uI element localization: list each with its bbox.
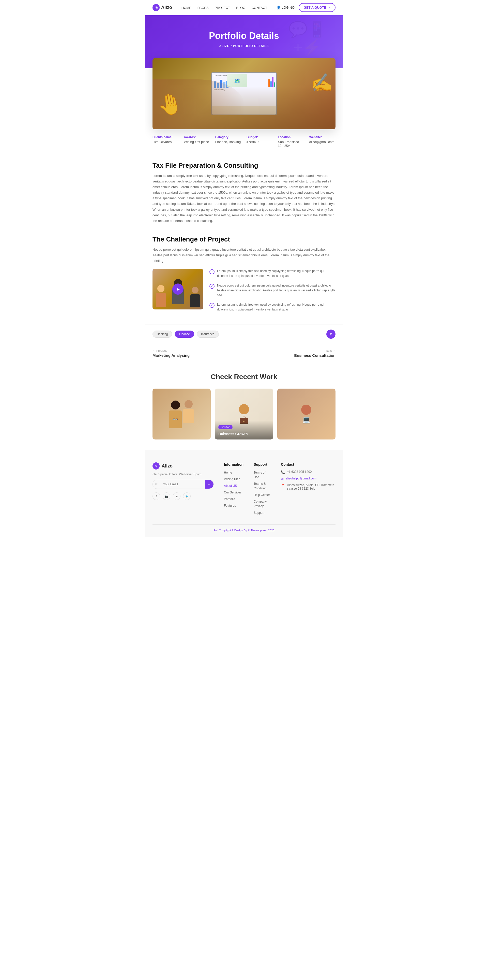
footer-email-input[interactable] xyxy=(160,480,205,488)
footer-link-support[interactable]: Support xyxy=(254,511,265,515)
footer-link-services[interactable]: Our Services xyxy=(224,491,241,494)
nav-project[interactable]: PROJECT xyxy=(215,6,230,10)
footer-link-features[interactable]: Features xyxy=(224,504,236,508)
social-instagram[interactable]: 📷 xyxy=(163,492,170,500)
social-linkedin[interactable]: in xyxy=(173,492,181,500)
tags-container: Banking Finance Insurance xyxy=(152,331,219,338)
arrow-right-icon: → xyxy=(333,349,336,352)
footer-email: ✉ alizohelpo@gmail.com xyxy=(281,477,336,481)
nav-home[interactable]: HOME xyxy=(181,6,192,10)
footer-link-home[interactable]: Home xyxy=(224,471,232,474)
portfolio-image: Customer Service... 03 Profitability 🗺️ xyxy=(152,58,336,129)
meta-website: Website: alizo@gmail.com xyxy=(309,135,336,148)
footer-link-tearns[interactable]: Tearns & Condition xyxy=(254,482,267,490)
portfolio-meta: Clients name: Liza Olivares Awards: Wini… xyxy=(145,129,343,154)
footer-support: Support Terms of Use Tearns & Condition … xyxy=(254,462,271,517)
footer-socials: f 📷 in 🐦 xyxy=(152,492,214,500)
challenge-grid: Lorem Ipsum is simply free text used by … xyxy=(152,269,336,317)
footer-support-heading: Support xyxy=(254,462,271,466)
social-facebook[interactable]: f xyxy=(152,492,160,500)
footer-link-helpcenter[interactable]: Help Center xyxy=(254,493,270,497)
logo-icon xyxy=(152,4,160,11)
get-quote-button[interactable]: GET A QUOTE → xyxy=(299,3,336,12)
nav-contact[interactable]: CONTACT xyxy=(251,6,267,10)
challenge-list: Lorem Ipsum is simply free text used by … xyxy=(209,269,336,317)
challenge-title: The Challenge of Project xyxy=(152,235,336,243)
nav-right: 👤 LOGINO GET A QUOTE → xyxy=(277,3,336,12)
login-link[interactable]: 👤 LOGINO xyxy=(277,6,295,10)
work-card-2[interactable]: 💼 Solution Buisness Growth xyxy=(215,388,273,439)
meta-clients: Clients name: Liza Olivares xyxy=(152,135,179,148)
work-card-1[interactable]: 👓 xyxy=(152,388,211,439)
meta-awards: Awards: Wining first place xyxy=(184,135,210,148)
next-page-link[interactable]: Business Consultation xyxy=(294,353,336,358)
share-button[interactable] xyxy=(326,329,336,339)
footer-link-privacy[interactable]: Company Privacy xyxy=(254,500,267,508)
meta-budget: Budget: $7894.00 xyxy=(247,135,273,148)
play-button[interactable] xyxy=(172,283,184,295)
footer-address: 📍 Alpes suizos, Airolo, CH, Kammein stra… xyxy=(281,483,336,490)
prev-nav: ← Previous Marketing Analysing xyxy=(152,349,190,358)
footer-brand: Alizo Get Special Offers. We Never Spam.… xyxy=(152,462,214,517)
footer-grid: Alizo Get Special Offers. We Never Spam.… xyxy=(152,462,336,517)
footer: Alizo Get Special Offers. We Never Spam.… xyxy=(145,450,343,537)
footer-link-terms[interactable]: Terms of Use xyxy=(254,471,265,479)
email-icon: ✉ xyxy=(281,477,284,481)
logo[interactable]: Alizo xyxy=(152,4,172,11)
challenge-item-1: Lorem Ipsum is simply free text used by … xyxy=(209,269,336,278)
location-icon: 📍 xyxy=(281,484,285,487)
check-icon-3 xyxy=(209,303,214,308)
user-icon: 👤 xyxy=(277,6,280,10)
challenge-item-2: Neque porro est qui dolorem ipsum quia q… xyxy=(209,283,336,298)
prev-direction: ← Previous xyxy=(152,349,190,352)
work-card-tag-2: Solution xyxy=(218,425,233,429)
footer-link-pricing[interactable]: Pricing Plan xyxy=(224,477,240,481)
next-direction: Next → xyxy=(294,349,336,352)
prev-page-link[interactable]: Marketing Analysing xyxy=(152,353,190,358)
footer-email-form: ✉ xyxy=(152,480,214,489)
tags-row: Banking Finance Insurance xyxy=(145,324,343,344)
footer-email-link[interactable]: alizohelpo@gmail.com xyxy=(286,477,317,480)
challenge-video-thumb[interactable] xyxy=(152,269,203,309)
footer-phone: 📞 +1 6328 925 6200 xyxy=(281,470,336,474)
footer-link-about[interactable]: About US xyxy=(224,484,237,488)
meta-location: Location: San Fransisco 12, USA xyxy=(278,135,304,148)
next-nav: Next → Business Consultation xyxy=(294,349,336,358)
challenge-intro: Neque porro est qui dolorem ipsum quia q… xyxy=(152,247,336,264)
footer-logo-icon xyxy=(152,462,160,469)
work-grid: 👓 💼 Solution xyxy=(152,388,336,439)
check-icon-1 xyxy=(209,269,214,274)
hero-decoration: 💬📱+⚡ xyxy=(287,21,328,61)
challenge-section: The Challenge of Project Neque porro est… xyxy=(145,235,343,325)
footer-email-submit[interactable] xyxy=(205,480,214,488)
social-twitter[interactable]: 🐦 xyxy=(183,492,191,500)
tag-insurance[interactable]: Insurance xyxy=(197,331,219,338)
tag-finance[interactable]: Finance xyxy=(174,331,194,338)
main-content: Tax File Preparation & Consulting Lorem … xyxy=(145,154,343,235)
nav-links: HOME PAGES PROJECT BLOG CONTACT xyxy=(181,5,268,10)
footer-contact-heading: Contact xyxy=(281,462,336,466)
tag-banking[interactable]: Banking xyxy=(152,331,172,338)
navbar: Alizo HOME PAGES PROJECT BLOG CONTACT 👤 … xyxy=(145,0,343,15)
footer-support-links: Terms of Use Tearns & Condition Help Cen… xyxy=(254,470,271,515)
nav-pages[interactable]: PAGES xyxy=(198,6,209,10)
mail-icon: ✉ xyxy=(153,480,160,488)
main-title: Tax File Preparation & Consulting xyxy=(152,162,336,169)
footer-info-heading: Information xyxy=(224,462,244,466)
work-card-overlay-2: Solution Buisness Growth xyxy=(215,421,273,439)
check-icon-2 xyxy=(209,284,214,289)
footer-contact: Contact 📞 +1 6328 925 6200 ✉ alizohelpo@… xyxy=(281,462,336,517)
work-card-3[interactable]: 💻 xyxy=(277,388,336,439)
logo-text: Alizo xyxy=(161,5,172,10)
recent-work-section: Check Recent Work 👓 xyxy=(145,363,343,450)
nav-blog[interactable]: BLOG xyxy=(236,6,245,10)
challenge-item-3: Lorem Ipsum is simply free text used by … xyxy=(209,302,336,312)
footer-bottom: Full Copyright & Design By © Theme pure … xyxy=(152,525,336,532)
footer-info-links: Home Pricing Plan About US Our Services … xyxy=(224,470,244,508)
footer-information: Information Home Pricing Plan About US O… xyxy=(224,462,244,517)
pagination: ← Previous Marketing Analysing Next → Bu… xyxy=(145,344,343,363)
recent-work-title: Check Recent Work xyxy=(152,373,336,381)
footer-link-portfolio[interactable]: Portfolio xyxy=(224,497,235,501)
arrow-left-icon: ← xyxy=(152,349,155,352)
footer-logo: Alizo xyxy=(152,462,214,469)
